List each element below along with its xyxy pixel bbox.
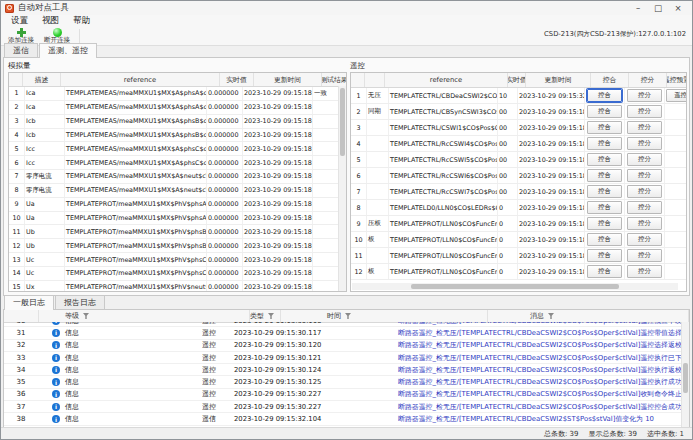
- control-close-button[interactable]: 控合: [587, 105, 622, 118]
- table-cell: TEMPLATEPROT/LLN0$CO$FuncEna4$Oper$ctlVa…: [389, 264, 498, 279]
- log-tab[interactable]: 一般日志: [4, 295, 54, 310]
- control-close-button[interactable]: 控合: [587, 137, 622, 150]
- control-open-button[interactable]: 控分: [627, 137, 662, 150]
- control-table-row[interactable]: 7TEMPLATECTRL/RcCSWI7$CO$Pos$Oper$ctlVal…: [351, 184, 686, 200]
- analog-table-row[interactable]: 6IccTEMPLATEMEAS/meaMMXU1$MX$A$phsC$cVal…: [9, 156, 339, 170]
- analog-table-row[interactable]: 1IcaTEMPLATEMEAS/meaMMXU1$MX$A$phsA$cVal…: [9, 87, 339, 101]
- log-time-cell: 2023-10-29 09:15:32.104: [232, 413, 394, 424]
- log-row[interactable]: 33i信息遥控2023-10-29 09:15:30.121断路器遥控_检无压/…: [4, 352, 682, 364]
- filter-icon[interactable]: [548, 313, 554, 319]
- filter-icon[interactable]: [83, 313, 89, 319]
- log-message: 断路器遥控_检无压/[TEMPLATECTRL/CBDeaCSWI2$CO$Po…: [394, 327, 682, 338]
- column-header-label: 类型: [250, 311, 264, 321]
- analog-table-row[interactable]: 12UbTEMPLATEPROT/meaMMXU1$MX$PhV$phsB$cV…: [9, 239, 339, 253]
- control-table-row[interactable]: 11TEMPLATEPROT/LLN0$CO$FuncEna3$Oper$ctl…: [351, 248, 686, 264]
- control-close-button[interactable]: 控合: [587, 217, 622, 230]
- table-cell: 9: [351, 216, 367, 231]
- close-button[interactable]: ×: [668, 1, 688, 15]
- control-open-button[interactable]: 控分: [627, 169, 662, 182]
- control-open-button[interactable]: 控分: [627, 105, 662, 118]
- analog-table-row[interactable]: 4IcbTEMPLATEMEAS/meaMMXU1$MX$A$phsB$cVal…: [9, 129, 339, 143]
- control-table-row[interactable]: 1无压TEMPLATECTRL/CBDeaCSWI2$CO$Pos$Oper$c…: [351, 88, 686, 104]
- main-tab[interactable]: 遥测、遥控: [39, 43, 97, 58]
- log-row[interactable]: 37i信息遥控2023-10-29 09:15:30.227断路器遥控_检无压/…: [4, 401, 682, 413]
- analog-table-row[interactable]: 5IccTEMPLATEMEAS/meaMMXU1$MX$A$phsC$cVal…: [9, 142, 339, 156]
- control-table-row[interactable]: 3TEMPLATECTRL/CSWI1$CO$Pos$Oper$ctlVal00…: [351, 120, 686, 136]
- analog-table-header: 描述reference实时值更新时间测试结果: [9, 73, 346, 87]
- control-close-button[interactable]: 控合: [587, 201, 622, 214]
- scrollbar-thumb[interactable]: [340, 88, 345, 156]
- analog-table-scrollbar[interactable]: [338, 86, 346, 291]
- control-open-button[interactable]: 控分: [627, 185, 662, 198]
- maximize-button[interactable]: □: [648, 1, 668, 15]
- control-close-button[interactable]: 控合: [587, 169, 622, 182]
- control-table-row[interactable]: 12板TEMPLATEPROT/LLN0$CO$FuncEna4$Oper$ct…: [351, 264, 686, 280]
- control-table-row[interactable]: 8TEMPLATELD0/LLN0$CO$LEDRs$Oper$ctlVal02…: [351, 200, 686, 216]
- table-cell: TEMPLATECTRL/CBDeaCSWI2$CO$Pos$Oper$ctlV…: [389, 88, 498, 103]
- table-cell: Uc: [25, 267, 65, 280]
- log-tabstrip: 一般日志报告日志: [4, 297, 105, 309]
- control-close-button[interactable]: 控合: [587, 121, 622, 134]
- main-tab[interactable]: 遥信: [4, 43, 38, 57]
- table-cell: TEMPLATECTRL/RcCSWI6$CO$Pos$Oper$ctlVal: [389, 168, 498, 183]
- log-time-cell: 2023-10-29 09:15:30.116: [232, 322, 394, 326]
- analog-table-row[interactable]: 13UcTEMPLATEPROT/meaMMXU1$MX$PhV$phsC$cV…: [9, 253, 339, 267]
- control-open-button[interactable]: 控分: [627, 249, 662, 262]
- analog-table-row[interactable]: 3IcbTEMPLATEMEAS/meaMMXU1$MX$A$phsB$cVal…: [9, 115, 339, 129]
- control-open-button[interactable]: 控分: [627, 233, 662, 246]
- table-cell: 0.000000: [207, 212, 243, 225]
- control-close-button[interactable]: 控合: [587, 89, 622, 102]
- control-preset-button[interactable]: 遥控预置: [666, 89, 686, 102]
- control-open-button[interactable]: 控分: [627, 201, 662, 214]
- table-cell: 2: [9, 101, 25, 114]
- table-cell: 控合: [585, 216, 625, 231]
- control-close-button[interactable]: 控合: [587, 265, 622, 278]
- table-cell: Ua: [25, 198, 65, 211]
- control-table-row[interactable]: 5TEMPLATECTRL/RcCSWI5$CO$Pos$Oper$ctlVal…: [351, 152, 686, 168]
- log-row[interactable]: 35i信息遥控2023-10-29 09:15:30.125断路器遥控_检无压/…: [4, 376, 682, 388]
- log-type-cell: 遥控: [202, 352, 232, 363]
- control-open-button[interactable]: 控分: [627, 121, 662, 134]
- control-table-row[interactable]: 6TEMPLATECTRL/RcCSWI6$CO$Pos$Oper$ctlVal…: [351, 168, 686, 184]
- control-close-button[interactable]: 控合: [587, 249, 622, 262]
- control-table-row[interactable]: 2同期TEMPLATECTRL/CBSynCSWI3$CO$Pos$Oper$c…: [351, 104, 686, 120]
- menu-item[interactable]: 设置: [4, 15, 35, 27]
- analog-table-row[interactable]: 8零序电流TEMPLATEMEAS/meaMMXU1$MX$A$neut$cVa…: [9, 184, 339, 198]
- log-row[interactable]: 34i信息遥控2023-10-29 09:15:30.124断路器遥控_检无压/…: [4, 364, 682, 376]
- control-table-row[interactable]: 9压板TEMPLATEPROT/LLN0$CO$FuncEna1$Oper$ct…: [351, 216, 686, 232]
- filter-icon[interactable]: [268, 313, 274, 319]
- analog-table-row[interactable]: 2IcaTEMPLATEMEAS/meaMMXU1$MX$A$phsA$cVal…: [9, 101, 339, 115]
- minimize-button[interactable]: –: [628, 1, 648, 15]
- table-cell: [367, 168, 389, 183]
- control-open-button[interactable]: 控分: [627, 217, 662, 230]
- scrollbar-thumb[interactable]: [683, 363, 688, 393]
- analog-table-row[interactable]: 7零序电流TEMPLATEMEAS/meaMMXU1$MX$A$neut$cVa…: [9, 170, 339, 184]
- log-row[interactable]: 31i信息遥控2023-10-29 09:15:30.117断路器遥控_检无压/…: [4, 327, 682, 339]
- control-open-button[interactable]: 控分: [627, 89, 662, 102]
- log-table-scrollbar[interactable]: [681, 322, 689, 429]
- control-table-hscrollbar[interactable]: [352, 283, 678, 290]
- analog-table-row[interactable]: 11UbTEMPLATEPROT/meaMMXU1$MX$PhV$phsB$cV…: [9, 225, 339, 239]
- table-cell: 6: [351, 168, 367, 183]
- control-table-row[interactable]: 10板TEMPLATEPROT/LLN0$CO$FuncEna2$Oper$ct…: [351, 232, 686, 248]
- scrollbar-thumb[interactable]: [411, 284, 620, 289]
- analog-table-row[interactable]: 15UxTEMPLATEPROT/meaMMXU1$MX$PhV$neut$cV…: [9, 281, 339, 292]
- table-cell: 0.000000: [207, 101, 243, 114]
- log-row[interactable]: 36i信息遥控2023-10-29 09:15:30.227断路器遥控_检无压/…: [4, 389, 682, 401]
- control-close-button[interactable]: 控合: [587, 185, 622, 198]
- table-cell: TEMPLATELD0/LLN0$CO$LEDRs$Oper$ctlVal: [389, 200, 498, 215]
- log-tab[interactable]: 报告日志: [55, 295, 105, 309]
- control-open-button[interactable]: 控分: [627, 265, 662, 278]
- log-row[interactable]: 38i信息遥信2023-10-29 09:15:32.104断路器遥控_检无压/…: [4, 413, 682, 425]
- control-table-row[interactable]: 4TEMPLATECTRL/RcCSWI4$CO$Pos$Oper$ctlVal…: [351, 136, 686, 152]
- control-close-button[interactable]: 控合: [587, 153, 622, 166]
- analog-table-row[interactable]: 14UcTEMPLATEPROT/meaMMXU1$MX$PhV$phsC$cV…: [9, 267, 339, 281]
- analog-table-row[interactable]: 9UaTEMPLATEPROT/meaMMXU1$MX$PhV$phsA$cVa…: [9, 198, 339, 212]
- menu-item[interactable]: 视图: [35, 15, 66, 27]
- filter-icon[interactable]: [345, 313, 351, 319]
- analog-table-row[interactable]: 10UaTEMPLATEPROT/meaMMXU1$MX$PhV$phsA$cV…: [9, 212, 339, 226]
- control-close-button[interactable]: 控合: [587, 233, 622, 246]
- log-row[interactable]: 32i信息遥控2023-10-29 09:15:30.120断路器遥控_检无压/…: [4, 340, 682, 352]
- menu-item[interactable]: 帮助: [66, 15, 97, 27]
- control-open-button[interactable]: 控分: [627, 153, 662, 166]
